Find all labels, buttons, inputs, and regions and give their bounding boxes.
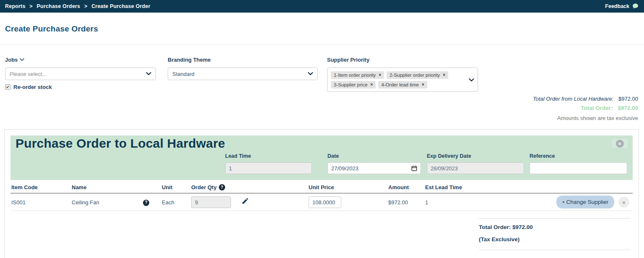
col-est-lead-time: Est Lead Time	[425, 184, 462, 190]
exp-delivery-date-label: Exp Delivery Date	[427, 153, 524, 159]
purchase-order-header: Purchase Order to Local Hardware × Lead …	[10, 136, 633, 180]
total-order-label: Total Order:	[581, 105, 613, 111]
purchase-order-panel: Purchase Order to Local Hardware × Lead …	[4, 129, 639, 258]
edit-qty-icon[interactable]	[242, 197, 249, 206]
supplier-priority-multiselect[interactable]: 1-Item order priority × 2-Supplier order…	[327, 68, 478, 92]
chevron-down-icon	[146, 72, 151, 76]
col-unit: Unit	[162, 184, 172, 190]
remove-order-button[interactable]: ×	[611, 138, 628, 149]
jobs-select-placeholder: Please select...	[10, 71, 47, 77]
priority-tag: 1-Item order priority ×	[331, 71, 384, 79]
date-field: Date	[327, 153, 421, 174]
col-amount: Amount	[388, 184, 409, 190]
feedback-button[interactable]: Feedback	[605, 3, 639, 10]
purchase-order-title: Purchase Order to Local Hardware	[16, 136, 225, 151]
order-footer-totals: Total Order: $972.00 (Tax Exclusive)	[479, 218, 631, 250]
jobs-label[interactable]: Jobs	[5, 57, 24, 63]
priority-tag: 3-Supplier price ×	[331, 81, 376, 89]
tax-note: Amounts shown are tax exclusive	[557, 115, 638, 121]
speech-bubble-icon	[632, 3, 639, 10]
amount-cell: $972.00	[388, 199, 408, 206]
chevron-down-icon	[308, 72, 313, 76]
table-header-row: Item Code Name Unit Order Qty ? Unit Pri…	[10, 182, 633, 193]
table-row: IS001 Ceiling Fan ? Each $972.00 1 ◂ Cha…	[10, 193, 633, 211]
page-title: Create Purchase Orders	[0, 13, 644, 34]
col-item-code: Item Code	[11, 184, 38, 190]
calendar-icon[interactable]	[411, 165, 417, 171]
total-order-value: $972.00	[618, 105, 638, 111]
help-icon[interactable]: ?	[143, 200, 149, 206]
supplier-priority-label: Supplier Priority	[327, 57, 369, 63]
reference-field: Reference	[530, 153, 627, 174]
supplier-total-label: Total Order from Local Hardware:	[533, 96, 613, 102]
remove-tag-icon[interactable]: ×	[443, 73, 445, 77]
unit-price-input[interactable]	[309, 196, 341, 208]
lead-time-field: Lead Time	[225, 153, 312, 174]
priority-tag: 2-Supplier order priority ×	[387, 71, 448, 79]
supplier-total-value: $972.00	[618, 96, 638, 102]
date-label: Date	[327, 153, 421, 159]
reference-label: Reference	[530, 153, 627, 159]
date-input[interactable]	[331, 165, 411, 172]
lead-time-input	[225, 162, 312, 174]
priority-tag-list: 1-Item order priority × 2-Supplier order…	[331, 71, 460, 89]
top-nav-bar: Reports > Purchase Orders > Create Purch…	[0, 0, 644, 13]
item-name-cell: Ceiling Fan	[72, 199, 99, 206]
remove-tag-icon[interactable]: ×	[422, 82, 424, 87]
branding-theme-select[interactable]: Standard	[168, 68, 318, 80]
col-name: Name	[72, 184, 86, 190]
change-supplier-button[interactable]: ◂ Change Supplier	[556, 195, 614, 208]
footer-tax-exclusive: (Tax Exclusive)	[479, 236, 631, 242]
triangle-left-icon: ◂	[562, 200, 564, 204]
breadcrumb: Reports > Purchase Orders > Create Purch…	[5, 3, 151, 9]
reference-input[interactable]	[530, 162, 627, 174]
breadcrumb-create-purchase-order[interactable]: Create Purchase Order	[91, 3, 150, 9]
feedback-label: Feedback	[605, 3, 629, 9]
supplier-total-line: Total Order from Local Hardware: $972.00	[533, 96, 638, 102]
lead-time-label: Lead Time	[225, 153, 312, 159]
help-icon[interactable]: ?	[219, 184, 225, 190]
breadcrumb-separator: >	[29, 3, 33, 9]
col-unit-price: Unit Price	[309, 184, 334, 190]
branding-theme-value: Standard	[172, 71, 195, 77]
footer-total-order: Total Order: $972.00	[479, 224, 631, 230]
col-order-qty: Order Qty ?	[191, 184, 225, 190]
exp-delivery-date-field: Exp Delivery Date	[427, 153, 524, 174]
item-help: ?	[143, 199, 149, 206]
breadcrumb-separator: >	[84, 3, 88, 9]
date-input-wrapper	[327, 162, 421, 174]
breadcrumb-purchase-orders[interactable]: Purchase Orders	[37, 3, 80, 9]
exp-delivery-date-input	[427, 162, 524, 174]
total-order-line: Total Order: $972.00	[581, 105, 638, 111]
remove-tag-icon[interactable]: ×	[371, 82, 373, 87]
chevron-down-icon	[469, 78, 474, 82]
priority-tag: 4-Order lead time ×	[378, 81, 427, 89]
checkbox-checked-icon[interactable]: ✔	[5, 84, 10, 90]
order-qty-input	[191, 196, 231, 208]
close-icon: ×	[616, 140, 624, 148]
breadcrumb-reports[interactable]: Reports	[5, 3, 26, 9]
filters-section: Jobs Please select... ✔ Re-order stock B…	[0, 45, 644, 129]
jobs-select[interactable]: Please select...	[5, 68, 156, 80]
chevron-down-icon	[20, 58, 24, 61]
item-code-cell: IS001	[11, 199, 26, 206]
order-items-table: Item Code Name Unit Order Qty ? Unit Pri…	[10, 182, 633, 211]
remove-tag-icon[interactable]: ×	[379, 73, 381, 77]
reorder-stock-checkbox-row[interactable]: ✔ Re-order stock	[5, 84, 52, 90]
unit-cell: Each	[162, 199, 174, 206]
est-lead-time-cell: 1	[425, 199, 428, 206]
remove-item-button[interactable]: ×	[618, 197, 629, 208]
reorder-stock-label: Re-order stock	[13, 84, 52, 90]
branding-theme-label: Branding Theme	[168, 57, 211, 63]
